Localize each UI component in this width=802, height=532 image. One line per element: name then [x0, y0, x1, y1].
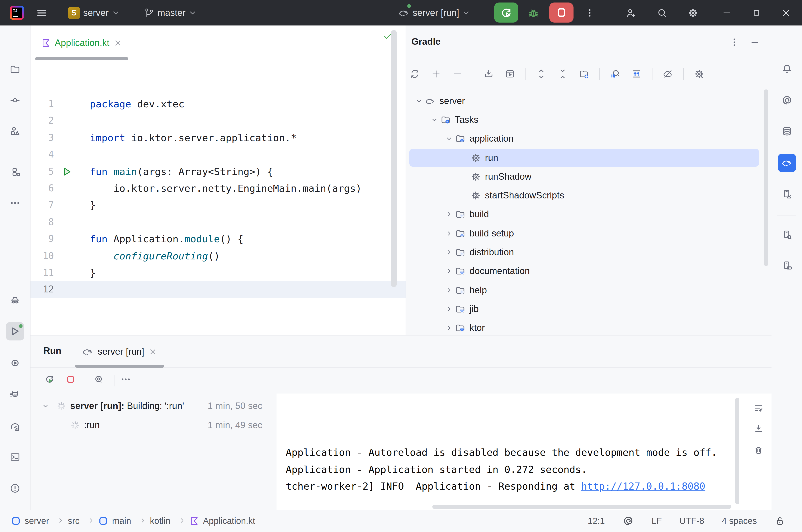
upload-icon[interactable] — [631, 68, 643, 80]
gradle-tree-item-runshadow[interactable]: runShadow — [406, 167, 771, 186]
chevron-right-icon[interactable] — [443, 249, 455, 256]
debug-button[interactable] — [527, 0, 540, 25]
run-icon[interactable] — [6, 322, 24, 340]
project-folder-icon[interactable] — [6, 60, 24, 78]
run-console[interactable]: Application - Autoreload is disabled bec… — [276, 394, 771, 510]
remove-icon[interactable] — [452, 68, 463, 80]
intellij-logo-icon[interactable]: IJ — [10, 0, 24, 25]
gradle-tree-item-server[interactable]: server — [406, 92, 771, 111]
gradle-tree-item-distribution[interactable]: distribution — [406, 243, 771, 262]
window-minimize-icon[interactable] — [721, 0, 732, 25]
editor-scrollbar[interactable] — [391, 30, 397, 287]
terminal-icon[interactable] — [6, 448, 24, 466]
analyze-dependencies-icon[interactable] — [609, 68, 621, 80]
notifications-icon[interactable] — [778, 60, 796, 78]
main-menu-icon[interactable] — [36, 0, 47, 25]
breadcrumb-application.kt[interactable]: Application.kt — [175, 516, 255, 526]
gradle-tree-item-tasks[interactable]: Tasks — [406, 111, 771, 130]
breadcrumb-main[interactable]: main — [84, 516, 131, 526]
chevron-right-icon[interactable] — [443, 324, 455, 332]
project-widget[interactable]: S server — [68, 0, 120, 25]
gradle-tree-item-build-setup[interactable]: build setup — [406, 224, 771, 243]
structure-icon[interactable] — [6, 122, 24, 140]
gradle-scrollbar[interactable] — [764, 89, 768, 266]
profiler-icon[interactable] — [6, 290, 24, 309]
more-menu-icon[interactable] — [585, 0, 595, 25]
space-cat-icon[interactable] — [6, 385, 24, 404]
run-tree-item-1[interactable]: :run1 min, 49 sec — [31, 416, 276, 435]
chevron-right-icon[interactable] — [443, 211, 455, 218]
tab-application-kt[interactable]: Application.kt — [35, 25, 128, 60]
gradle-tree-item-startshadowscripts[interactable]: startShadowScripts — [406, 186, 771, 205]
run-task-icon[interactable] — [504, 68, 516, 80]
caret-position-widget[interactable]: 12:1 — [588, 516, 605, 526]
search-icon[interactable] — [656, 0, 668, 25]
gradle-tree-item-documentation[interactable]: documentation — [406, 262, 771, 281]
services-icon[interactable] — [6, 354, 24, 372]
breadcrumb-src[interactable]: src — [53, 516, 80, 526]
plugins-icon[interactable] — [6, 163, 24, 181]
gradle-tree-item-jib[interactable]: jib — [406, 300, 771, 319]
logcat-icon[interactable] — [778, 256, 796, 275]
rerun-icon[interactable] — [44, 374, 55, 387]
run-tab-server-run[interactable]: server [run] — [75, 336, 164, 368]
window-maximize-icon[interactable] — [751, 0, 762, 25]
run-line-icon[interactable] — [61, 166, 72, 177]
gradle-hide-icon[interactable] — [749, 37, 760, 48]
settings-icon[interactable] — [687, 0, 699, 25]
download-sources-icon[interactable] — [483, 68, 495, 80]
chevron-down-icon[interactable] — [428, 116, 440, 124]
run-tree-item-0[interactable]: server [run]: Building: ':run'1 min, 50 … — [31, 396, 276, 416]
chevron-right-icon[interactable] — [443, 286, 455, 294]
breadcrumb-server[interactable]: server — [11, 516, 49, 526]
gradle-tree-item-run[interactable]: run — [406, 148, 771, 167]
chevron-down-icon[interactable] — [413, 97, 425, 104]
commit-icon[interactable] — [6, 91, 24, 110]
expand-all-icon[interactable] — [535, 68, 547, 80]
line-separator-widget[interactable]: LF — [652, 516, 662, 526]
scroll-to-end-icon[interactable] — [753, 423, 764, 437]
chevron-right-icon[interactable] — [443, 230, 455, 237]
ai-assistant-icon[interactable] — [778, 91, 796, 110]
breadcrumb-kotlin[interactable]: kotlin — [135, 516, 170, 526]
device-explorer-icon[interactable] — [778, 226, 796, 244]
gradle-tree-item-ktor[interactable]: ktor — [406, 319, 771, 338]
gradle-icon[interactable] — [778, 154, 796, 172]
chevron-down-icon[interactable] — [443, 135, 455, 142]
add-icon[interactable] — [430, 68, 442, 80]
clear-icon[interactable] — [753, 445, 764, 458]
console-vertical-scrollbar[interactable] — [735, 398, 739, 504]
code-editor[interactable]: 1package dev.xtec23import io.ktor.server… — [31, 61, 406, 335]
window-close-icon[interactable] — [781, 0, 791, 25]
encoding-widget[interactable]: UTF-8 — [680, 516, 704, 526]
offline-mode-icon[interactable] — [662, 68, 674, 80]
close-tab-icon[interactable] — [149, 347, 158, 356]
running-devices-icon[interactable] — [778, 185, 796, 204]
lock-open-icon[interactable] — [775, 516, 785, 527]
more-icon[interactable] — [6, 194, 24, 212]
collapse-all-icon[interactable] — [557, 68, 569, 80]
chevron-down-icon[interactable] — [42, 402, 49, 410]
chevron-right-icon[interactable] — [443, 305, 455, 313]
group-tasks-icon[interactable] — [578, 68, 590, 80]
ai-assistant-icon[interactable] — [623, 515, 634, 527]
gradle-tree-item-application[interactable]: application — [406, 129, 771, 148]
chevron-right-icon[interactable] — [443, 268, 455, 275]
gradle-tree-item-help[interactable]: help — [406, 281, 771, 300]
soft-wrap-icon[interactable] — [753, 403, 764, 416]
indent-widget[interactable]: 4 spaces — [722, 516, 757, 526]
add-user-icon[interactable] — [625, 0, 636, 25]
settings-icon[interactable] — [693, 68, 705, 80]
android-profiler-icon[interactable] — [6, 417, 24, 436]
problems-icon[interactable] — [6, 479, 24, 497]
run-button[interactable] — [494, 2, 518, 22]
sync-icon[interactable] — [409, 68, 421, 80]
stop-icon[interactable] — [65, 374, 76, 387]
show-options-icon[interactable] — [93, 374, 104, 387]
database-icon[interactable] — [778, 122, 796, 140]
stop-button[interactable] — [549, 2, 574, 22]
console-link[interactable]: http://127.0.0.1:8080 — [581, 480, 705, 492]
branch-widget[interactable]: master — [144, 0, 197, 25]
more-icon[interactable] — [120, 373, 132, 387]
console-horizontal-scrollbar[interactable] — [432, 505, 731, 509]
